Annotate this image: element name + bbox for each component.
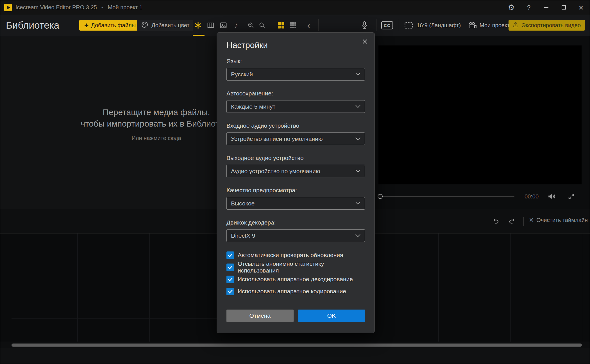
field-label: Язык: xyxy=(226,57,365,65)
add-color-button[interactable]: Добавить цвет xyxy=(137,20,193,31)
aspect-ratio-value[interactable]: 16:9 (Ландшафт) xyxy=(417,22,461,29)
tab-favorites[interactable] xyxy=(194,21,203,30)
zoom-out-icon[interactable] xyxy=(246,21,255,30)
checkbox-checked-icon xyxy=(226,251,234,259)
video-preview xyxy=(378,45,582,184)
subtitles-cc-button[interactable]: CC xyxy=(381,21,393,29)
audio-output-select[interactable]: Аудио устройство по умолчанию xyxy=(226,165,365,177)
view-large-grid-button[interactable] xyxy=(278,22,284,29)
auto-update-checkbox[interactable]: Автоматически проверять обновления xyxy=(226,251,365,259)
field-label: Выходное аудио устройство xyxy=(226,154,365,162)
selected-value: Устройство записи по умолчанию xyxy=(231,136,323,142)
maximize-icon xyxy=(562,5,566,10)
aspect-ratio-icon[interactable] xyxy=(404,21,413,30)
play-icon xyxy=(7,6,10,10)
window-controls: ⚙ ? × xyxy=(503,0,590,15)
selected-value: Аудио устройство по умолчанию xyxy=(231,168,320,175)
maximize-button[interactable] xyxy=(555,0,572,15)
field-label: Автосохранение: xyxy=(226,90,365,97)
seek-slider-track[interactable] xyxy=(382,196,514,197)
selected-value: Каждые 5 минут xyxy=(231,103,275,110)
hardware-decoding-checkbox[interactable]: Использовать аппаратное декодирование xyxy=(226,275,365,283)
app-window: Icecream Video Editor PRO 3.25 - Мой про… xyxy=(0,0,590,364)
field-label: Качество предпросмотра: xyxy=(226,186,365,194)
decoder-engine-select[interactable]: DirectX 9 xyxy=(226,229,365,242)
undo-icon[interactable] xyxy=(492,218,500,226)
autosave-field: Автосохранение: Каждые 5 минут xyxy=(226,90,365,113)
chevron-down-icon xyxy=(355,170,360,173)
music-note-icon: ♪ xyxy=(234,21,238,30)
checkbox-label: Отсылать анонимно статистику использован… xyxy=(238,260,365,274)
toolbar-divider xyxy=(318,19,319,31)
star-icon xyxy=(194,21,202,29)
plus-icon: + xyxy=(84,22,88,29)
playback-time: 00:00 xyxy=(525,193,539,200)
checkbox-label: Автоматически проверять обновления xyxy=(238,252,343,258)
timeline-scrollbar-thumb[interactable] xyxy=(12,344,582,347)
export-video-label: Экспортировать видео xyxy=(522,22,581,29)
tab-audio[interactable]: ♪ xyxy=(232,21,240,30)
seek-slider-knob[interactable] xyxy=(378,194,383,199)
volume-icon[interactable] xyxy=(548,193,556,201)
checkbox-checked-icon xyxy=(226,288,234,295)
export-video-button[interactable]: Экспортировать видео xyxy=(509,20,585,31)
dialog-title: Настройки xyxy=(226,40,365,50)
chevron-down-icon xyxy=(355,105,360,108)
selected-value: Высокое xyxy=(231,200,255,207)
fullscreen-icon[interactable] xyxy=(568,193,575,201)
view-small-grid-button[interactable] xyxy=(290,22,296,28)
settings-gear-icon[interactable]: ⚙ xyxy=(503,0,520,15)
redo-icon[interactable] xyxy=(508,218,516,226)
hardware-encoding-checkbox[interactable]: Использовать аппаратное кодирование xyxy=(226,287,365,296)
language-field: Язык: Русский xyxy=(226,57,365,81)
dialog-buttons: Отмена OK xyxy=(226,310,365,322)
preview-quality-field: Качество предпросмотра: Высокое xyxy=(226,186,365,210)
chevron-down-icon xyxy=(355,137,360,140)
clear-x-icon: × xyxy=(529,216,534,224)
toolbar-divider xyxy=(376,19,376,31)
collapse-panel-icon[interactable]: ‹ xyxy=(307,21,310,30)
checkbox-label: Использовать аппаратное декодирование xyxy=(238,276,353,283)
timeline-footer xyxy=(0,349,590,364)
help-icon[interactable]: ? xyxy=(520,0,537,15)
preview-quality-select[interactable]: Высокое xyxy=(226,197,365,210)
active-tab-indicator xyxy=(193,35,205,36)
add-files-button[interactable]: + Добавить файлы xyxy=(79,20,141,31)
dialog-checkboxes: Автоматически проверять обновления Отсыл… xyxy=(226,251,365,296)
microphone-icon[interactable] xyxy=(360,21,369,30)
tab-images[interactable] xyxy=(219,21,228,30)
field-label: Входное аудио устройство xyxy=(226,122,365,130)
ok-button[interactable]: OK xyxy=(298,310,365,322)
projects-icon[interactable] xyxy=(468,21,477,30)
edit-bar-divider xyxy=(523,217,524,226)
search-icon[interactable] xyxy=(258,21,267,30)
image-icon xyxy=(220,22,227,29)
palette-icon xyxy=(141,21,148,30)
language-select[interactable]: Русский xyxy=(226,68,365,81)
chevron-down-icon xyxy=(355,73,360,76)
page-title: Библиотека xyxy=(6,20,59,31)
chevron-down-icon xyxy=(355,234,360,237)
upload-icon xyxy=(513,22,519,29)
project-name: Мой проект 1 xyxy=(108,4,142,11)
minimize-button[interactable] xyxy=(537,0,555,15)
clear-timeline-label: Очистить таймлайн xyxy=(536,217,588,223)
audio-input-select[interactable]: Устройство записи по умолчанию xyxy=(226,132,365,145)
autosave-select[interactable]: Каждые 5 минут xyxy=(226,100,365,113)
chevron-down-icon xyxy=(355,202,360,205)
add-files-label: Добавить файлы xyxy=(91,22,136,29)
app-logo-icon xyxy=(4,4,12,11)
settings-dialog: Настройки Язык: Русский Автосохранение: … xyxy=(217,32,375,333)
field-label: Движок декодера: xyxy=(226,219,365,226)
close-window-button[interactable]: × xyxy=(572,0,590,15)
decoder-engine-field: Движок декодера: DirectX 9 xyxy=(226,219,365,242)
minimize-icon xyxy=(544,7,548,8)
tab-videos[interactable] xyxy=(206,21,215,30)
toolbar-divider xyxy=(399,19,399,31)
checkbox-checked-icon xyxy=(226,276,234,283)
timeline-scrollbar xyxy=(0,342,590,349)
clear-timeline-button[interactable]: × Очистить таймлайн xyxy=(529,216,588,224)
cancel-button[interactable]: Отмена xyxy=(226,310,294,322)
anonymous-stats-checkbox[interactable]: Отсылать анонимно статистику использован… xyxy=(226,263,365,271)
dialog-close-icon[interactable] xyxy=(362,38,368,45)
